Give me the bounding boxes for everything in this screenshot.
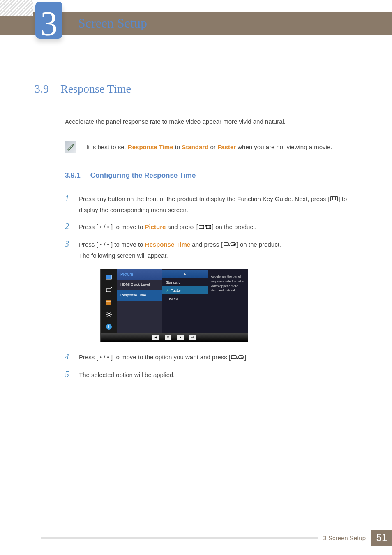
step-text: Press any button on the front of the pro…: [79, 194, 351, 215]
step-number: 4: [65, 350, 71, 363]
footer-rule: [41, 537, 318, 539]
step-4: 4 Press [ • / • ] to move to the option …: [65, 350, 351, 363]
osd-screenshot: i Picture HDMI Black Level Response Time…: [100, 269, 351, 342]
nav-enter-icon: ↵: [189, 335, 196, 340]
osd-tab-strip: i: [101, 269, 117, 333]
footer-chapter-label: 3 Screen Setup: [323, 534, 366, 541]
svg-point-23: [242, 356, 243, 358]
osd-nav-hints: ◀ ▼ ▲ ↵: [101, 333, 248, 342]
step-text: Press [ • / • ] to move to the option yo…: [79, 352, 351, 363]
svg-point-10: [233, 244, 235, 245]
step-5: 5 The selected option will be applied.: [65, 368, 351, 380]
decorative-stripes: [0, 0, 33, 16]
osd-option: Standard: [162, 278, 208, 286]
subsection-number: 3.9.1: [65, 170, 81, 181]
source-enter-icon: /: [224, 240, 236, 250]
subsection-title: Configuring the Response Time: [90, 170, 196, 181]
page-number: 51: [371, 530, 392, 546]
step-text: Press [ • / • ] to move to Picture and p…: [79, 222, 351, 233]
svg-rect-20: [231, 356, 236, 359]
step-2: 2 Press [ • / • ] to move to Picture and…: [65, 220, 351, 233]
source-enter-icon: /: [231, 353, 244, 363]
svg-rect-14: [106, 300, 111, 305]
svg-rect-12: [108, 280, 110, 280]
section-number: 3.9: [35, 80, 49, 97]
svg-rect-11: [106, 275, 112, 279]
svg-rect-0: [331, 196, 337, 201]
nav-down-icon: ▼: [165, 335, 171, 340]
step-number: 1: [65, 192, 71, 204]
osd-menu-item: HDMI Black Level: [117, 280, 162, 290]
step-number: 5: [65, 368, 71, 380]
page-footer: 3 Screen Setup 51: [41, 529, 392, 547]
screen-tab-icon: [104, 285, 114, 295]
step-1: 1 Press any button on the front of the p…: [65, 192, 351, 215]
nav-left-icon: ◀: [152, 335, 159, 340]
step-number: 3: [65, 238, 71, 250]
svg-point-17: [108, 313, 110, 316]
osd-help-text: Accelerate the panel response rate to ma…: [208, 269, 248, 333]
svg-point-6: [209, 226, 210, 227]
options-tab-icon: [104, 297, 114, 307]
step-text: The selected option will be applied.: [79, 370, 351, 380]
osd-menu-item-selected: Response Time: [117, 290, 162, 301]
section-title: Response Time: [60, 80, 131, 97]
note-icon: [65, 141, 76, 153]
note-text: It is best to set Response Time to Stand…: [86, 141, 332, 152]
osd-option-selected: ✓Faster: [162, 286, 208, 294]
source-enter-icon: /: [199, 222, 211, 233]
chapter-title: Screen Setup: [78, 16, 147, 31]
page-content: 3.9 Response Time Accelerate the panel r…: [0, 0, 392, 380]
section-intro: Accelerate the panel response rate to ma…: [65, 117, 351, 127]
svg-rect-13: [107, 288, 111, 291]
svg-text:i: i: [108, 324, 109, 329]
svg-rect-3: [199, 225, 204, 229]
settings-tab-icon: [104, 310, 114, 319]
chapter-number: 3: [40, 12, 58, 36]
subsection-heading: 3.9.1 Configuring the Response Time: [65, 170, 351, 181]
nav-up-icon: ▲: [177, 335, 184, 340]
osd-options-list: ▲ Standard ✓Faster Fastest: [162, 269, 208, 333]
osd-option: Fastest: [162, 294, 208, 302]
info-tab-icon: i: [104, 322, 114, 332]
svg-rect-7: [224, 243, 228, 246]
step-text: Press [ • / • ] to move to Response Time…: [79, 239, 351, 261]
picture-tab-icon: [104, 273, 114, 282]
osd-menu-title: Picture: [117, 269, 162, 280]
step-number: 2: [65, 220, 71, 232]
osd-scroll-up-icon: ▲: [162, 270, 208, 278]
note: It is best to set Response Time to Stand…: [65, 141, 351, 153]
osd-menu-list: Picture HDMI Black Level Response Time: [117, 269, 162, 333]
section-heading: 3.9 Response Time: [35, 80, 351, 97]
chapter-badge: 3: [35, 2, 62, 39]
menu-icon: [330, 194, 338, 205]
step-3: 3 Press [ • / • ] to move to Response Ti…: [65, 238, 351, 261]
osd-panel: i Picture HDMI Black Level Response Time…: [100, 269, 248, 342]
